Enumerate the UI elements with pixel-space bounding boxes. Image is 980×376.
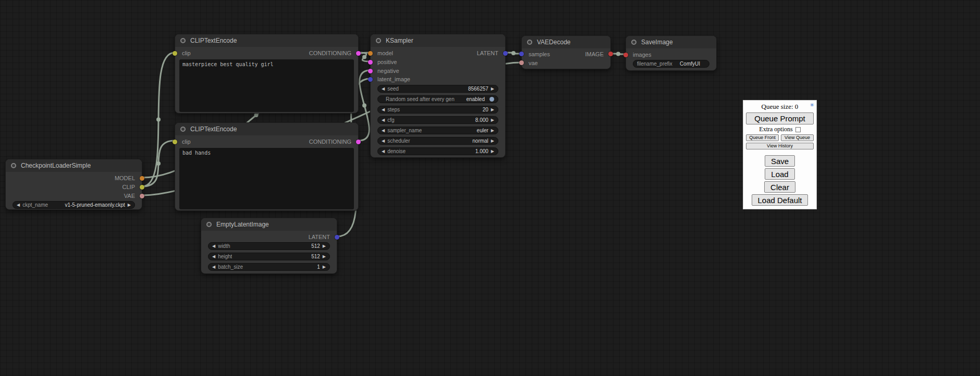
- increment-icon[interactable]: ▶: [491, 118, 494, 122]
- decrement-icon[interactable]: ◀: [382, 118, 385, 122]
- decrement-icon[interactable]: ◀: [382, 139, 385, 143]
- slot-row: vae: [522, 59, 610, 67]
- increment-icon[interactable]: ▶: [491, 108, 494, 112]
- node-title: CLIPTextEncode: [190, 37, 237, 44]
- decrement-icon[interactable]: ◀: [382, 149, 385, 154]
- widget-denoise[interactable]: ◀ denoise 1.000 ▶: [377, 147, 498, 155]
- node-titlebar[interactable]: CLIPTextEncode: [175, 123, 358, 135]
- increment-icon[interactable]: ▶: [491, 129, 494, 133]
- port-model-output[interactable]: [140, 176, 144, 181]
- widget-random-seed-toggle[interactable]: Random seed after every gen enabled: [377, 95, 498, 103]
- widget-sampler-name[interactable]: ◀ sampler_name euler ▶: [377, 127, 498, 134]
- extra-options-row: Extra options: [759, 126, 800, 133]
- port-vae-input[interactable]: [519, 60, 524, 65]
- collapse-icon[interactable]: [376, 38, 381, 43]
- port-clip-input[interactable]: [173, 140, 177, 144]
- port-clip-output[interactable]: [140, 185, 144, 190]
- collapse-icon[interactable]: [180, 38, 186, 43]
- clear-button[interactable]: Clear: [764, 181, 795, 193]
- view-queue-button[interactable]: View Queue: [781, 134, 814, 141]
- node-titlebar[interactable]: VAEDecode: [522, 36, 610, 48]
- toggle-knob-icon[interactable]: [489, 97, 494, 102]
- slot-row: LATENT: [201, 233, 337, 241]
- decrement-icon[interactable]: ◀: [382, 87, 385, 91]
- node-empty-latent-image[interactable]: EmptyLatentImage LATENT ◀ width 512 ▶ ◀ …: [201, 218, 337, 274]
- node-title: CLIPTextEncode: [190, 126, 237, 133]
- node-titlebar[interactable]: CLIPTextEncode: [175, 34, 358, 47]
- widget-steps[interactable]: ◀ steps 20 ▶: [377, 106, 498, 114]
- widget-seed[interactable]: ◀ seed 8566257 ▶: [377, 85, 498, 93]
- widget-scheduler[interactable]: ◀ scheduler normal ▶: [377, 137, 498, 145]
- queue-size-label: Queue size: 0: [762, 103, 799, 110]
- node-title: CheckpointLoaderSimple: [21, 162, 91, 169]
- node-titlebar[interactable]: SaveImage: [626, 36, 716, 48]
- port-model-input[interactable]: [368, 51, 373, 56]
- node-clip-text-encode-negative[interactable]: CLIPTextEncode clip CONDITIONING bad han…: [175, 122, 359, 211]
- output-label-conditioning: CONDITIONING: [309, 50, 351, 56]
- widget-filename-prefix[interactable]: filename_prefix ComfyUI: [633, 60, 709, 68]
- view-history-button[interactable]: View History: [746, 143, 814, 149]
- widget-value: ComfyUI: [680, 61, 700, 67]
- load-default-button[interactable]: Load Default: [752, 194, 807, 206]
- port-latent-output[interactable]: [335, 235, 339, 240]
- load-button[interactable]: Load: [765, 168, 794, 180]
- port-negative-input[interactable]: [368, 69, 373, 73]
- node-graph-canvas[interactable]: CheckpointLoaderSimple MODEL CLIP VAE ◀ …: [0, 0, 980, 376]
- widget-batch-size[interactable]: ◀ batch_size 1 ▶: [208, 263, 330, 271]
- decrement-icon[interactable]: ◀: [212, 244, 215, 248]
- node-titlebar[interactable]: KSampler: [371, 34, 505, 47]
- link-midpoint-dot: [511, 51, 516, 55]
- port-images-input[interactable]: [623, 53, 628, 57]
- settings-icon[interactable]: ✳: [810, 103, 814, 108]
- increment-icon[interactable]: ▶: [323, 255, 326, 259]
- port-image-output[interactable]: [608, 52, 613, 56]
- port-positive-input[interactable]: [368, 60, 373, 65]
- decrement-icon[interactable]: ◀: [382, 129, 385, 133]
- collapse-icon[interactable]: [180, 127, 186, 132]
- node-clip-text-encode-positive[interactable]: CLIPTextEncode clip CONDITIONING masterp…: [175, 34, 359, 114]
- increment-icon[interactable]: ▶: [491, 149, 494, 154]
- collapse-icon[interactable]: [206, 222, 212, 227]
- decrement-icon[interactable]: ◀: [382, 108, 385, 112]
- decrement-icon[interactable]: ◀: [212, 265, 215, 269]
- node-titlebar[interactable]: CheckpointLoaderSimple: [6, 159, 142, 172]
- slot-row: latent_image: [371, 75, 505, 83]
- increment-icon[interactable]: ▶: [491, 87, 494, 91]
- extra-options-checkbox[interactable]: [795, 127, 801, 132]
- queue-buttons-row: Queue Front View Queue: [746, 134, 814, 141]
- widget-value: 512: [311, 243, 320, 249]
- decrement-icon[interactable]: ◀: [17, 203, 20, 207]
- port-latent-output[interactable]: [503, 51, 508, 56]
- widget-ckpt-name[interactable]: ◀ ckpt_name v1-5-pruned-emaonly.ckpt ▶: [13, 201, 135, 209]
- node-titlebar[interactable]: EmptyLatentImage: [201, 218, 337, 231]
- collapse-icon[interactable]: [11, 163, 16, 168]
- widget-value: v1-5-pruned-emaonly.ckpt: [65, 202, 125, 208]
- port-clip-input[interactable]: [173, 51, 177, 56]
- increment-icon[interactable]: ▶: [323, 244, 326, 248]
- prompt-textarea[interactable]: bad hands: [179, 148, 354, 209]
- collapse-icon[interactable]: [527, 40, 532, 45]
- queue-front-button[interactable]: Queue Front: [746, 134, 779, 141]
- widget-width[interactable]: ◀ width 512 ▶: [208, 242, 330, 250]
- port-vae-output[interactable]: [140, 194, 144, 198]
- increment-icon[interactable]: ▶: [128, 203, 131, 207]
- increment-icon[interactable]: ▶: [323, 265, 326, 269]
- widget-cfg[interactable]: ◀ cfg 8.000 ▶: [377, 116, 498, 124]
- decrement-icon[interactable]: ◀: [212, 255, 215, 259]
- port-latent-image-input[interactable]: [368, 77, 373, 82]
- queue-prompt-button[interactable]: Queue Prompt: [746, 112, 814, 124]
- node-checkpoint-loader[interactable]: CheckpointLoaderSimple MODEL CLIP VAE ◀ …: [5, 159, 142, 210]
- save-button[interactable]: Save: [765, 155, 795, 167]
- queue-menu-panel: Queue size: 0 ✳ Queue Prompt Extra optio…: [743, 100, 817, 209]
- port-conditioning-output[interactable]: [356, 51, 361, 56]
- node-vae-decode[interactable]: VAEDecode samples IMAGE vae: [521, 35, 611, 69]
- widget-height[interactable]: ◀ height 512 ▶: [208, 253, 330, 260]
- increment-icon[interactable]: ▶: [491, 139, 494, 143]
- slot-row: samples IMAGE: [522, 50, 610, 58]
- node-save-image[interactable]: SaveImage images filename_prefix ComfyUI: [626, 35, 717, 71]
- node-ksampler[interactable]: KSampler model LATENT positive negative …: [370, 34, 506, 158]
- collapse-icon[interactable]: [631, 40, 636, 45]
- port-conditioning-output[interactable]: [356, 140, 361, 144]
- prompt-textarea[interactable]: masterpiece best quality girl: [179, 59, 354, 112]
- port-samples-input[interactable]: [519, 52, 524, 56]
